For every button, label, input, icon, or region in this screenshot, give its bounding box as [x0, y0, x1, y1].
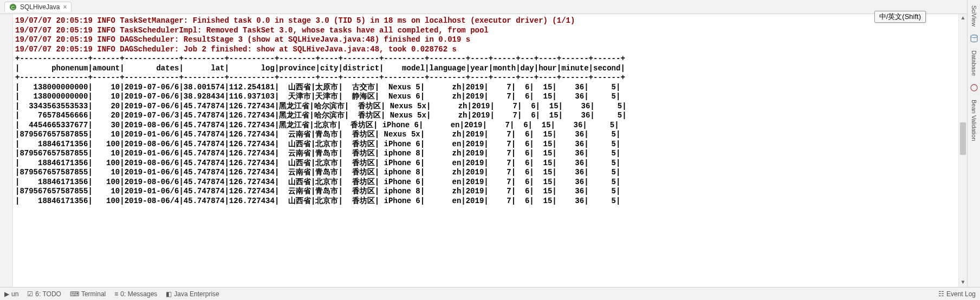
run-icon: ▶ [4, 290, 9, 298]
tab-title: SQLHiveJava [20, 3, 60, 11]
console-line: | 18846171356| 100|2019-08-06/6|45.74787… [15, 140, 980, 149]
console-line: | 3343563553533| 20|2019-07-06/6|45.7478… [15, 102, 980, 112]
close-icon[interactable]: × [63, 3, 67, 11]
toolwindow-run[interactable]: ▶un [4, 290, 18, 298]
svg-text:C: C [11, 5, 15, 10]
console-line: | 138000000000| 10|2019-07-06/6|38.92843… [15, 92, 980, 102]
status-bar: ▶un ☑6: TODO ⌨Terminal ≡0: Messages ◧Jav… [0, 287, 980, 300]
event-log[interactable]: ☷Event Log [938, 290, 976, 298]
svg-point-3 [971, 84, 977, 91]
database-icon [970, 34, 978, 43]
console-line: |879567657587855| 10|2019-01-06/6|45.747… [15, 149, 980, 159]
console-line: 19/07/07 20:05:19 INFO TaskSchedulerImpl… [15, 26, 980, 36]
ime-indicator[interactable]: 中/英文(Shift) [874, 11, 926, 23]
console-line: +---------------+------+------------+---… [15, 54, 980, 64]
console-line: | 4454665337677| 30|2019-08-06/6|45.7478… [15, 121, 980, 131]
java-ee-icon: ◧ [166, 290, 172, 298]
todo-icon: ☑ [27, 290, 33, 298]
tab-sqlhivejava[interactable]: C SQLHiveJava × [4, 2, 72, 12]
messages-icon: ≡ [114, 290, 118, 298]
toolwindow-java-ee[interactable]: ◧Java Enterprise [166, 290, 219, 298]
sidebar-item-database[interactable]: Database [971, 47, 977, 79]
vertical-scrollbar[interactable]: ▲ ▼ [958, 14, 967, 287]
console-line: 19/07/07 20:05:19 INFO DAGScheduler: Job… [15, 45, 980, 55]
right-toolwindow-bar: SciView Database Bean Validation [967, 0, 980, 287]
terminal-icon: ⌨ [70, 290, 79, 298]
console-line: 19/07/07 20:05:19 INFO DAGScheduler: Res… [15, 35, 980, 45]
scroll-up-icon[interactable]: ▲ [959, 14, 967, 23]
toolwindow-messages[interactable]: ≡0: Messages [114, 290, 157, 298]
bean-validation-icon [970, 83, 978, 92]
console-line: |879567657587855| 10|2019-01-06/6|45.747… [15, 130, 980, 140]
toolwindow-todo[interactable]: ☑6: TODO [27, 290, 61, 298]
toolwindow-terminal[interactable]: ⌨Terminal [70, 290, 106, 298]
scroll-down-icon[interactable]: ▼ [959, 278, 967, 287]
tabs-bar: C SQLHiveJava × [0, 0, 980, 14]
svg-point-2 [971, 35, 977, 37]
console-line: | 18846171356| 100|2019-08-06/6|45.74787… [15, 159, 980, 168]
console-line: | 76578456666| 20|2019-07-06/3|45.747874… [15, 111, 980, 121]
console-line: |879567657587855| 10|2019-01-06/6|45.747… [15, 168, 980, 178]
event-log-icon: ☷ [938, 290, 944, 298]
java-class-icon: C [9, 3, 17, 11]
scroll-thumb[interactable] [960, 122, 966, 155]
ime-label: 中/英文(Shift) [879, 12, 921, 21]
console-line: +---------------+------+------------+---… [15, 73, 980, 83]
console-line: | phonenum|amount| dates| lat| log|provi… [15, 64, 980, 74]
console-line: |879567657587855| 10|2019-01-06/6|45.747… [15, 187, 980, 197]
console-output[interactable]: 19/07/07 20:05:19 INFO TaskSetManager: F… [0, 14, 980, 287]
console-line: 19/07/07 20:05:19 INFO TaskSetManager: F… [15, 16, 980, 26]
console-line: | 138000000000| 10|2019-07-06/6|38.00157… [15, 83, 980, 93]
console-line: | 18846171356| 100|2019-08-06/4|45.74787… [15, 197, 980, 206]
sidebar-item-sciview[interactable]: SciView [971, 2, 977, 30]
console-line: | 18846171356| 100|2019-08-06/6|45.74787… [15, 178, 980, 187]
sidebar-item-bean-validation[interactable]: Bean Validation [971, 96, 977, 144]
